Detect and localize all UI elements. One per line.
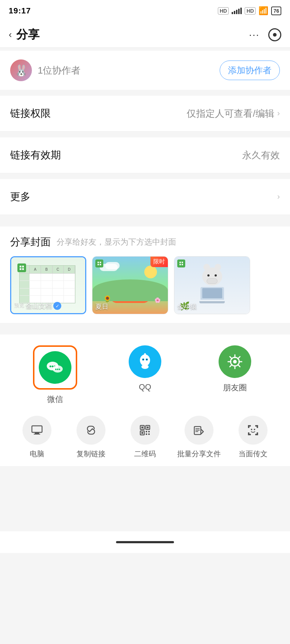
svg-line-35 [238, 365, 240, 367]
cover-header: 分享封面 分享给好友，显示为下方选中封面 [10, 235, 280, 249]
collaborator-row: 🐰 1位协作者 添加协作者 [0, 51, 290, 90]
share-batch-files[interactable]: 批量分享文件 [172, 416, 226, 459]
more-options-button[interactable]: ··· [249, 29, 260, 41]
wechat-label: 微信 [47, 394, 63, 405]
svg-rect-4 [98, 262, 99, 263]
qrcode-label: 二维码 [134, 449, 156, 459]
add-collaborator-button[interactable]: 添加协作者 [220, 61, 280, 80]
cover-icon-2 [95, 259, 103, 267]
share-app-wechat[interactable]: 微信 [10, 345, 100, 405]
more-row[interactable]: 更多 › [0, 179, 290, 215]
svg-point-13 [50, 366, 51, 367]
svg-rect-8 [179, 262, 181, 263]
cover-section: 分享封面 分享给好友，显示为下方选中封面 A B C D [0, 227, 290, 323]
svg-rect-58 [248, 432, 249, 435]
status-bar: 19:17 HD HD 📶 76 [0, 0, 290, 22]
bottom-bar [0, 531, 290, 553]
preview-text: 预览 [14, 303, 24, 309]
svg-line-36 [238, 357, 240, 359]
battery-indicator: 76 [271, 7, 281, 15]
share-apps-top-row: 微信 QQ [10, 345, 280, 405]
svg-rect-50 [146, 433, 147, 435]
link-permission-row[interactable]: 链接权限 仅指定人可查看/编辑 › [0, 96, 290, 132]
wifi-icon: 📶 [258, 6, 268, 16]
cover-label-3: 金小猿 [177, 302, 197, 311]
svg-rect-45 [147, 427, 149, 428]
svg-point-19 [59, 369, 60, 370]
back-button[interactable]: ‹ [9, 29, 12, 40]
collab-left: 🐰 1位协作者 [10, 59, 80, 81]
svg-point-27 [144, 353, 146, 355]
qrcode-icon [138, 424, 152, 437]
hd-badge-2: HD [245, 7, 256, 14]
share-apps-section: 微信 QQ [0, 335, 290, 466]
home-indicator [116, 541, 174, 543]
signal-bar-4 [238, 9, 240, 14]
svg-rect-40 [34, 434, 40, 435]
face-transfer-icon [246, 424, 260, 437]
qq-label: QQ [139, 382, 151, 392]
hd-badge-1: HD [218, 7, 229, 14]
share-app-moments[interactable]: 朋友圈 [190, 345, 280, 405]
face-transfer-label: 当面传文 [239, 449, 268, 459]
share-apps-bottom-row: 电脑 复制链接 [10, 416, 280, 459]
link-permission-value: 仅指定人可查看/编辑 › [187, 107, 280, 120]
svg-rect-38 [32, 426, 42, 432]
svg-point-14 [52, 366, 54, 367]
link-expiry-row[interactable]: 链接有效期 永久有效 [0, 137, 290, 173]
computer-label: 电脑 [30, 449, 44, 459]
svg-rect-39 [35, 432, 39, 434]
signal-bar-5 [240, 8, 242, 14]
svg-line-34 [230, 357, 232, 359]
avatar: 🐰 [10, 59, 32, 81]
collaborator-count: 1位协作者 [38, 64, 80, 77]
svg-rect-48 [146, 431, 147, 432]
face-transfer-icon-circle [239, 416, 268, 445]
svg-point-61 [251, 429, 252, 430]
share-app-qq[interactable]: QQ [100, 345, 190, 405]
svg-rect-0 [20, 266, 21, 267]
share-face-transfer[interactable]: 当面传文 [226, 416, 280, 459]
batch-share-label: 批量分享文件 [177, 449, 221, 459]
header-left: ‹ 分享 [9, 27, 40, 43]
cover-item-bear[interactable]: 🌿 金小猿 [174, 256, 250, 314]
cover-item-summer[interactable]: 🌻 🌸 立即领取 限时 夏日 [92, 256, 168, 314]
share-qrcode[interactable]: 二维码 [118, 416, 172, 459]
wechat-icon [39, 351, 71, 384]
share-copy-link[interactable]: 复制链接 [64, 416, 118, 459]
table-icon [17, 263, 26, 272]
divider-3 [0, 173, 290, 179]
link-expiry-value: 永久有效 [242, 149, 280, 162]
svg-rect-9 [182, 262, 183, 263]
computer-icon-circle [22, 416, 51, 445]
chevron-icon-1: › [277, 109, 280, 118]
batch-share-icon-circle [185, 416, 214, 445]
scan-inner [273, 33, 277, 37]
computer-icon [30, 424, 44, 437]
scan-button[interactable] [268, 28, 281, 41]
svg-rect-54 [248, 425, 249, 428]
svg-rect-43 [141, 427, 143, 428]
svg-rect-51 [148, 433, 150, 435]
status-time: 19:17 [9, 6, 31, 16]
link-permission-label: 链接权限 [10, 107, 51, 120]
cover-item-spreadsheet[interactable]: A B C D [10, 256, 86, 314]
svg-rect-47 [141, 432, 143, 434]
cover-label-1: 预览 金山文档 ✓ [14, 302, 61, 310]
share-computer[interactable]: 电脑 [10, 416, 64, 459]
svg-point-21 [141, 365, 149, 369]
cover-icon-3 [177, 259, 185, 267]
signal-bar-3 [236, 10, 237, 14]
cover-name-3: 金小猿 [177, 302, 197, 311]
divider-5 [0, 323, 290, 329]
status-icons: HD HD 📶 76 [218, 6, 281, 16]
svg-point-62 [254, 429, 255, 430]
link-icon [84, 424, 98, 437]
cover-label-2: 夏日 [95, 302, 108, 311]
qq-icon [129, 345, 161, 378]
more-label: 更多 [10, 190, 30, 204]
moments-label: 朋友圈 [223, 382, 247, 393]
svg-rect-10 [179, 264, 181, 265]
cover-name-2: 夏日 [95, 302, 108, 311]
qrcode-icon-circle [130, 416, 160, 445]
